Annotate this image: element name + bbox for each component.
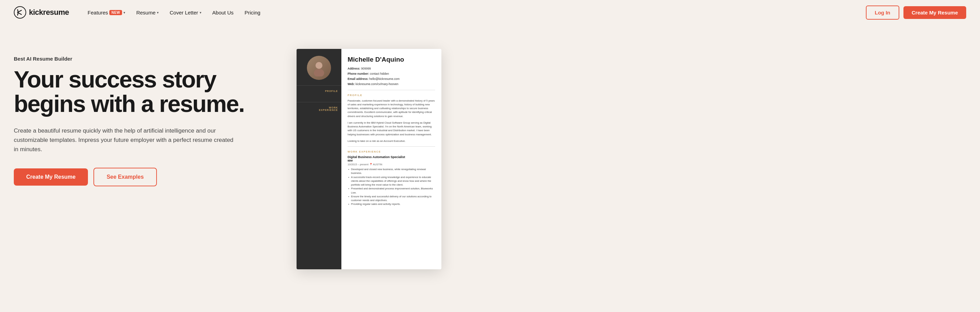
- company: IBM: [348, 159, 435, 162]
- create-resume-nav-button[interactable]: Create My Resume: [904, 6, 966, 19]
- logo-icon: [14, 6, 26, 19]
- nav-pricing[interactable]: Pricing: [240, 7, 265, 18]
- nav-resume[interactable]: Resume ▾: [131, 7, 164, 18]
- login-button[interactable]: Log In: [866, 5, 899, 20]
- svg-point-2: [314, 69, 324, 76]
- job-date: 10/2015 – present 📍 AUSTIN: [348, 163, 435, 166]
- hero-title-line1: Your success story: [14, 66, 216, 92]
- nav-features[interactable]: Features NEW ▾: [83, 7, 130, 18]
- address-label: Address:: [348, 67, 360, 70]
- nav-actions: Log In Create My Resume: [866, 5, 966, 20]
- resume-name: Michelle D'Aquino: [348, 56, 435, 63]
- nav-about-label: About Us: [212, 10, 234, 16]
- resume-email: Email address: hello@kickresume.com: [348, 77, 435, 81]
- hero-title-line2: begins with a resume.: [14, 90, 244, 117]
- hero-title: Your success story begins with a resume.: [14, 67, 276, 116]
- svg-point-0: [14, 6, 26, 18]
- profile-paragraph-1: Passionate, customer-focused leader with…: [348, 99, 435, 118]
- sidebar-work-label: WORK EXPERIENCE: [300, 106, 338, 111]
- bullet-1: Developed and closed new business, while…: [348, 167, 435, 175]
- bullet-4: Ensure the timely and successful deliver…: [348, 195, 435, 203]
- phone-label: Phone number:: [348, 72, 369, 75]
- bullet-5: Providing regular sales and activity rep…: [348, 202, 435, 206]
- work-section-label: WORK EXPERIENCE: [348, 150, 435, 153]
- hero-buttons: Create My Resume See Examples: [14, 168, 276, 186]
- resume-sidebar: PROFILE WORK EXPERIENCE: [297, 49, 341, 269]
- resume-divider-2: [348, 146, 435, 147]
- resume-phone: Phone number: contact hidden: [348, 72, 435, 76]
- nav-features-label: Features: [88, 10, 108, 16]
- hero-content: Best AI Resume Builder Your success stor…: [14, 46, 276, 186]
- hero-label: Best AI Resume Builder: [14, 56, 276, 62]
- profile-paragraph-2: I am currently in the IBM Hybrid Cloud S…: [348, 121, 435, 136]
- avatar: [307, 56, 331, 80]
- chevron-down-icon: ▾: [157, 11, 159, 14]
- logo-text: kickresume: [29, 8, 69, 17]
- email-value: hello@kickresume.com: [369, 77, 400, 81]
- resume-address: Address: 909999: [348, 67, 435, 71]
- profile-paragraph-3: Looking to take on a role as an Account …: [348, 139, 435, 143]
- nav-resume-label: Resume: [136, 10, 156, 16]
- bullet-2: A successful track-record using knowledg…: [348, 175, 435, 187]
- nav-pricing-label: Pricing: [245, 10, 260, 16]
- nav-about[interactable]: About Us: [208, 7, 239, 18]
- sidebar-profile-label: PROFILE: [300, 90, 338, 92]
- profile-section-label: PROFILE: [348, 93, 435, 97]
- resume-main: Michelle D'Aquino Address: 909999 Phone …: [341, 49, 441, 269]
- address-value: 909999: [361, 67, 371, 70]
- nav-cover-letter-label: Cover Letter: [170, 10, 198, 16]
- sidebar-profile-section: PROFILE: [297, 86, 341, 97]
- see-examples-button[interactable]: See Examples: [94, 168, 157, 186]
- resume-preview-card: PROFILE WORK EXPERIENCE Michelle D'Aquin…: [297, 49, 441, 269]
- new-badge: NEW: [109, 10, 122, 15]
- chevron-down-icon: ▾: [200, 11, 201, 14]
- hero-section: Best AI Resume Builder Your success stor…: [0, 25, 980, 312]
- phone-value: contact hidden: [370, 72, 389, 75]
- bullet-3: Presented and demonstrated process impro…: [348, 187, 435, 195]
- resume-body: PROFILE WORK EXPERIENCE Michelle D'Aquin…: [297, 49, 441, 269]
- web-value: kickresume.com/cv/mary-hooven: [356, 82, 398, 86]
- svg-point-1: [315, 62, 322, 69]
- logo-link[interactable]: kickresume: [14, 6, 69, 19]
- email-label: Email address:: [348, 77, 368, 81]
- create-resume-hero-button[interactable]: Create My Resume: [14, 168, 88, 185]
- chevron-down-icon: ▾: [123, 11, 125, 14]
- navbar: kickresume Features NEW ▾ Resume ▾ Cover…: [0, 0, 980, 25]
- job-title: Digital Business Automation Specialist: [348, 155, 435, 159]
- nav-cover-letter[interactable]: Cover Letter ▾: [165, 7, 206, 18]
- nav-links: Features NEW ▾ Resume ▾ Cover Letter ▾ A…: [83, 7, 866, 18]
- hero-subtitle: Create a beautiful resume quickly with t…: [14, 126, 234, 154]
- resume-web: Web: kickresume.com/cv/mary-hooven: [348, 82, 435, 86]
- web-label: Web:: [348, 82, 355, 86]
- sidebar-work-section: WORK EXPERIENCE: [297, 102, 341, 116]
